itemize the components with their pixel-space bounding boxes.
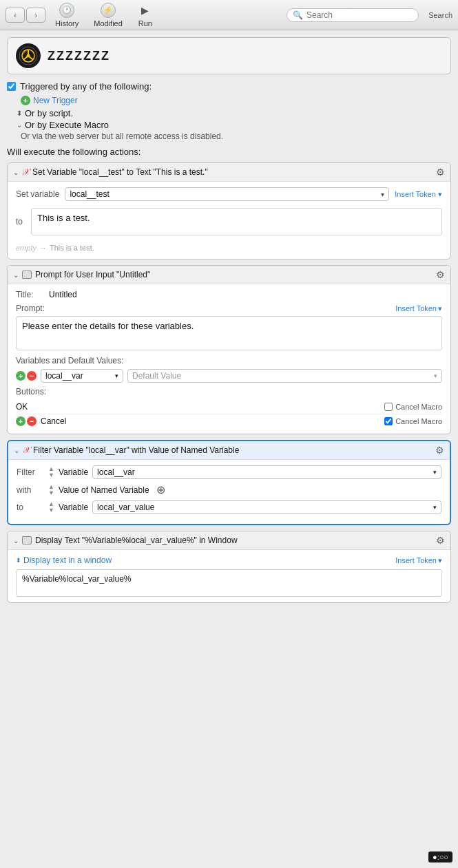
to-label-1: to <box>16 217 23 226</box>
variables-label: Variables and Default Values: <box>16 356 442 366</box>
action3-gear-icon[interactable]: ⚙ <box>435 445 444 456</box>
action2-title-value: Untitled <box>49 290 77 299</box>
remove-variable-button[interactable]: − <box>27 371 37 381</box>
var-select-arrow-icon: ▾ <box>115 372 118 379</box>
action3-header-left: ⌄ 𝒳 Filter Variable "local__var" with Va… <box>14 445 239 456</box>
arrow-right-icon: → <box>39 244 47 252</box>
action3-header: ⌄ 𝒳 Filter Variable "local__var" with Va… <box>8 441 450 460</box>
to-variable-select[interactable]: local_var_value ▾ <box>92 500 441 514</box>
insert-token-button-4[interactable]: Insert Token ▾ <box>395 556 442 565</box>
modified-label: Modified <box>94 19 123 28</box>
action2-header: ⌄ Prompt for User Input "Untitled" ⚙ <box>8 266 450 284</box>
search-input[interactable] <box>306 10 413 20</box>
filter-with-row: with ▲▼ Value of Named Variable ⊕ <box>17 483 441 496</box>
button2-cancel-checkbox[interactable] <box>384 417 393 425</box>
triggered-label: Triggered by any of the following: <box>20 81 152 92</box>
var-name-label: local__var <box>45 371 83 381</box>
will-execute-label: Will execute the following actions: <box>7 147 451 157</box>
action4-window-icon <box>22 536 32 544</box>
action-filter: ⌄ 𝒳 Filter Variable "local__var" with Va… <box>7 440 451 525</box>
action1-collapse-icon[interactable]: ⌄ <box>13 169 19 176</box>
plus-minus-buttons: + − <box>16 371 37 381</box>
text-value-field[interactable]: This is a test. <box>31 208 442 235</box>
action3-body: Filter ▲▼ Variable local__var ▾ with ▲▼ … <box>8 460 450 524</box>
insert-token-2-label: Insert Token <box>395 304 437 313</box>
action2-gear-icon[interactable]: ⚙ <box>436 269 445 280</box>
display-updown-icon: ⬍ <box>16 557 21 564</box>
filter-variable-name: local__var <box>97 467 135 477</box>
default-value-select[interactable]: Default Value ▾ <box>127 369 442 383</box>
button2-row: + − Cancel Cancel Macro <box>16 414 442 428</box>
variable-name-value: local__test <box>70 189 109 199</box>
action-set-variable: ⌄ 𝒳 Set Variable "local__test" to Text "… <box>7 162 451 260</box>
or-by-execute-item[interactable]: ⌄ Or by Execute Macro <box>17 120 451 130</box>
triggered-checkbox[interactable] <box>7 82 16 91</box>
to-var-arrow-icon: ▾ <box>433 504 437 511</box>
insert-token-2-arrow: ▾ <box>438 304 442 313</box>
display-textarea[interactable]: %Variable%local_var_value% <box>16 569 442 597</box>
or-by-execute-label: Or by Execute Macro <box>25 120 109 130</box>
value-label: Value of Named Variable <box>59 485 149 495</box>
insert-token-button-2[interactable]: Insert Token ▾ <box>395 304 442 313</box>
trigger-section: Triggered by any of the following: + New… <box>7 81 451 157</box>
triggered-header: Triggered by any of the following: <box>7 81 451 92</box>
action2-prompt-row: Prompt: Insert Token ▾ <box>16 304 442 313</box>
back-button[interactable]: ‹ <box>6 8 25 23</box>
variable-row: + − local__var ▾ Default Value ▾ <box>16 369 442 383</box>
run-button[interactable]: ▶ Run <box>132 1 158 29</box>
search-box[interactable]: 🔍 <box>287 8 419 22</box>
action3-collapse-icon[interactable]: ⌄ <box>14 447 19 454</box>
with-label: with <box>17 485 44 495</box>
action1-script-icon: 𝒳 <box>22 167 29 178</box>
macro-title: ZZZZZZZ <box>48 49 110 63</box>
action1-body: Set variable local__test ▾ Insert Token … <box>8 182 450 259</box>
via-text: Or via the web server but all remote acc… <box>21 131 451 141</box>
history-button[interactable]: 🕐 History <box>50 1 84 29</box>
to-variable-label: Variable <box>59 502 88 512</box>
action4-header-left: ⌄ Display Text "%Variable%local_var_valu… <box>13 536 238 545</box>
action-display-text: ⌄ Display Text "%Variable%local_var_valu… <box>7 531 451 603</box>
action1-header: ⌄ 𝒳 Set Variable "local__test" to Text "… <box>8 163 450 182</box>
filter-variable-select[interactable]: local__var ▾ <box>92 465 441 479</box>
action2-title: Prompt for User Input "Untitled" <box>35 270 150 279</box>
run-label: Run <box>138 19 152 28</box>
action1-gear-icon[interactable]: ⚙ <box>436 167 445 178</box>
action4-collapse-icon[interactable]: ⌄ <box>13 537 19 544</box>
button1-cancel-row: Cancel Macro <box>384 403 442 411</box>
with-updown-icon: ▲▼ <box>48 484 54 496</box>
action3-title: Filter Variable "local__var" with Value … <box>33 445 239 455</box>
remove-button-button[interactable]: − <box>27 416 37 426</box>
modified-button[interactable]: ⚡ Modified <box>88 1 128 29</box>
button2-plus-minus: + − <box>16 416 37 426</box>
action2-title-label: Title: <box>16 290 43 299</box>
button2-cancel-label: Cancel Macro <box>395 417 442 425</box>
or-by-script-item[interactable]: ⬍ Or by script. <box>17 108 451 118</box>
add-variable-button[interactable]: + <box>16 371 25 381</box>
action4-gear-icon[interactable]: ⚙ <box>436 535 445 546</box>
variable-name-select-2[interactable]: local__var ▾ <box>41 369 123 383</box>
or-by-script-label: Or by script. <box>25 108 73 118</box>
buttons-label: Buttons: <box>16 387 442 396</box>
default-val-arrow-icon: ▾ <box>434 372 437 379</box>
action2-header-left: ⌄ Prompt for User Input "Untitled" <box>13 270 150 279</box>
insert-token-button-1[interactable]: Insert Token ▾ <box>395 190 442 199</box>
new-trigger-plus-icon: + <box>21 96 30 105</box>
action1-title: Set Variable "local__test" to Text "This… <box>32 167 208 177</box>
display-text-toggle[interactable]: ⬍ Display text in a window <box>16 555 112 565</box>
svg-point-3 <box>27 54 30 58</box>
action2-window-icon <box>22 271 32 279</box>
action2-collapse-icon[interactable]: ⌄ <box>13 271 19 279</box>
action1-set-variable-row: Set variable local__test ▾ Insert Token … <box>16 187 442 201</box>
action1-to-row: to This is a test. <box>16 205 442 238</box>
forward-button[interactable]: › <box>26 8 45 23</box>
add-button-button[interactable]: + <box>16 416 25 426</box>
button1-cancel-checkbox[interactable] <box>384 403 393 411</box>
new-trigger-button[interactable]: + New Trigger <box>21 96 451 105</box>
or-by-execute-arrow: ⌄ <box>17 121 22 129</box>
filter-variable-row: Filter ▲▼ Variable local__var ▾ <box>17 465 441 479</box>
variable-name-select[interactable]: local__test ▾ <box>65 187 389 201</box>
to-label-3: to <box>17 502 44 512</box>
prompt-textarea[interactable]: Please enter the details for these varia… <box>16 316 442 350</box>
search-icon: 🔍 <box>293 10 303 20</box>
button1-cancel-label: Cancel Macro <box>395 403 442 411</box>
